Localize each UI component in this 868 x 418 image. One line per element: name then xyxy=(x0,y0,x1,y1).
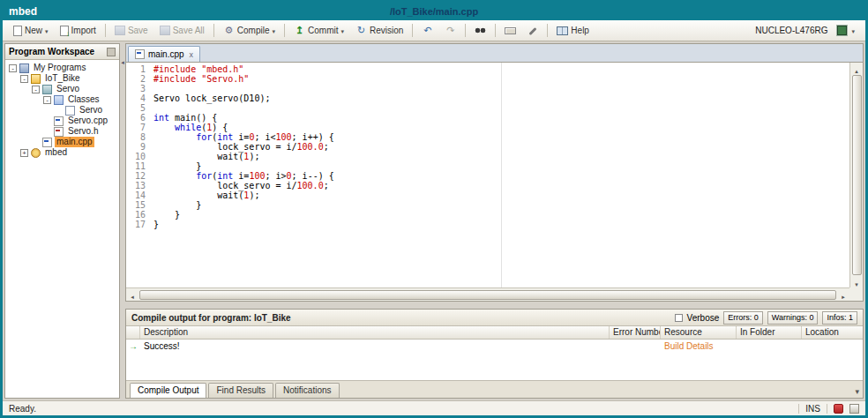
tree-item-main-cpp[interactable]: main.cpp xyxy=(5,137,119,147)
save-button-label: Save xyxy=(128,26,148,35)
redo-button[interactable] xyxy=(439,22,461,39)
titlebar: mbed /IoT_Bike/main.cpp xyxy=(3,3,865,20)
line-number: 3 xyxy=(126,84,146,93)
mbed-compiler-window: mbed /IoT_Bike/main.cpp New Import Save … xyxy=(0,0,868,418)
close-tab-icon[interactable]: x xyxy=(190,50,194,59)
row-resource: Build Details xyxy=(661,340,737,353)
mbed-logo: mbed xyxy=(3,5,37,18)
output-row[interactable]: →Success!Build Details xyxy=(126,340,863,353)
tree-item-servo[interactable]: Servo xyxy=(5,105,119,116)
tree-item-label: Servo xyxy=(55,84,81,94)
column-in-folder[interactable]: In Folder xyxy=(737,326,802,339)
horizontal-scroll-thumb[interactable] xyxy=(139,290,836,300)
code-editor[interactable]: 1234567891011121314151617 #include "mbed… xyxy=(125,62,864,302)
column-location[interactable]: Location xyxy=(802,326,863,339)
verbose-checkbox[interactable] xyxy=(675,314,683,322)
import-button[interactable]: Import xyxy=(55,23,101,39)
column-error-number[interactable]: Error Number xyxy=(610,326,661,339)
mbed-lib-icon xyxy=(31,148,41,158)
column-description[interactable]: Description xyxy=(140,326,610,339)
tab-main-cpp[interactable]: main.cpp x xyxy=(128,46,200,62)
collapse-toggle[interactable]: - xyxy=(32,86,40,93)
line-number: 14 xyxy=(126,190,146,200)
help-button-label: Help xyxy=(571,26,589,35)
toolbar: New Import Save Save All Compile Commit xyxy=(3,20,865,41)
workspace-menu-icon[interactable] xyxy=(107,48,116,56)
compile-output-panel: Compile output for program: IoT_Bike Ver… xyxy=(125,309,864,399)
tree-item-my-programs[interactable]: -My Programs xyxy=(5,63,119,73)
editor-horizontal-scrollbar[interactable] xyxy=(126,287,849,301)
tree-item-label: Classes xyxy=(66,94,101,105)
tree-item-label: Servo.cpp xyxy=(66,116,109,126)
error-status-icon[interactable] xyxy=(834,404,843,414)
target-device-label: NUCLEO-L476RG xyxy=(755,26,827,35)
expand-toggle[interactable]: + xyxy=(20,149,28,157)
log-status-icon[interactable] xyxy=(849,404,859,414)
revision-button-label: Revision xyxy=(370,26,403,35)
h-file-icon xyxy=(54,127,64,137)
warnings-count-button[interactable]: Warnings: 0 xyxy=(767,311,819,325)
workspace-title: Program Workspace xyxy=(9,47,94,56)
vertical-scroll-thumb[interactable] xyxy=(852,75,862,275)
commit-button[interactable]: Commit xyxy=(288,22,349,39)
target-device-button[interactable] xyxy=(832,23,860,38)
redo-icon xyxy=(445,25,456,36)
tree-item-servo-h[interactable]: Servo.h xyxy=(5,126,119,137)
shortcuts-button[interactable] xyxy=(499,25,521,37)
tree-item-iot-bike[interactable]: -IoT_Bike xyxy=(5,73,119,84)
find-button[interactable] xyxy=(469,24,491,37)
insert-mode-indicator: INS xyxy=(805,404,820,414)
new-button[interactable]: New xyxy=(8,23,54,39)
settings-button[interactable] xyxy=(522,23,543,39)
wrench-icon xyxy=(528,26,538,36)
line-number: 4 xyxy=(126,93,146,103)
revision-button[interactable]: Revision xyxy=(350,22,408,39)
toolbar-separator xyxy=(412,24,413,37)
scroll-down-icon[interactable] xyxy=(855,276,858,287)
row-description: Success! xyxy=(140,340,610,353)
import-icon xyxy=(60,26,69,36)
save-all-button[interactable]: Save All xyxy=(154,23,210,38)
save-button[interactable]: Save xyxy=(109,23,153,38)
errors-count-button[interactable]: Errors: 0 xyxy=(723,311,763,325)
print-margin-line xyxy=(501,63,502,287)
cpp-file-icon xyxy=(54,116,64,126)
tree-item-classes[interactable]: -Classes xyxy=(5,94,119,105)
editor-column: main.cpp x 1234567891011121314151617 #in… xyxy=(125,43,864,399)
undo-button[interactable] xyxy=(416,22,438,39)
chevron-down-icon xyxy=(273,26,276,35)
editor-vertical-scrollbar[interactable] xyxy=(849,63,863,287)
output-tab-compile-output[interactable]: Compile Output xyxy=(130,383,206,398)
find-binoculars-icon xyxy=(475,26,486,34)
collapse-toggle[interactable]: - xyxy=(43,96,51,104)
output-tab-notifications[interactable]: Notifications xyxy=(275,383,339,398)
class-doc-icon xyxy=(65,106,75,116)
compile-button-label: Compile xyxy=(237,26,270,35)
tree-item-mbed[interactable]: +mbed xyxy=(5,147,119,158)
column-resource[interactable]: Resource xyxy=(661,326,737,339)
classes-folder-icon xyxy=(54,95,64,105)
help-button[interactable]: Help xyxy=(551,23,595,38)
output-tab-find-results[interactable]: Find Results xyxy=(208,383,273,398)
panel-chevron-icon[interactable] xyxy=(855,382,859,398)
tab-label: main.cpp xyxy=(148,49,184,59)
tree-item-servo[interactable]: -Servo xyxy=(5,84,119,94)
library-icon xyxy=(42,85,52,94)
tree-item-servo-cpp[interactable]: Servo.cpp xyxy=(5,116,119,126)
collapse-toggle[interactable]: - xyxy=(9,64,17,72)
build-details-link[interactable]: Build Details xyxy=(664,341,714,351)
revision-icon xyxy=(355,25,367,36)
line-number: 11 xyxy=(126,161,146,171)
output-splitter[interactable] xyxy=(125,302,864,309)
compile-button[interactable]: Compile xyxy=(218,22,281,39)
collapse-toggle[interactable]: - xyxy=(20,75,28,83)
line-number: 5 xyxy=(126,103,146,113)
scroll-up-icon[interactable] xyxy=(855,63,858,74)
status-text: Ready. xyxy=(9,404,36,414)
scroll-left-icon[interactable] xyxy=(126,287,138,302)
scroll-right-icon[interactable] xyxy=(837,287,849,302)
program-workspace-panel: Program Workspace -My Programs-IoT_Bike-… xyxy=(4,43,120,399)
infos-count-button[interactable]: Infos: 1 xyxy=(822,311,857,325)
import-button-label: Import xyxy=(71,26,96,35)
tree-item-label: My Programs xyxy=(32,63,87,73)
